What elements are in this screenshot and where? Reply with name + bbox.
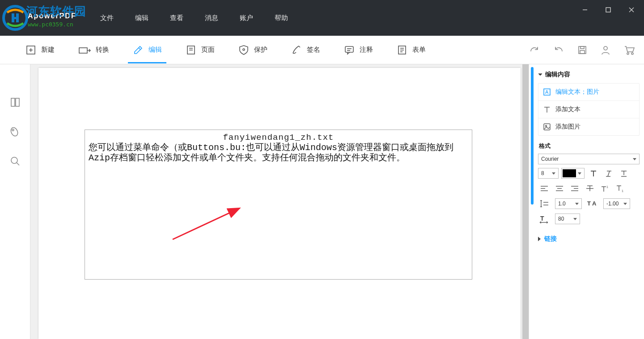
caret-icon bbox=[552, 172, 555, 175]
text-block[interactable]: fanyiwendang1_zh.txt 您可以通过菜单命令（或Buttons.… bbox=[85, 130, 472, 280]
triangle-right-icon bbox=[538, 237, 541, 241]
line-height-icon bbox=[538, 198, 551, 209]
font-color-select[interactable] bbox=[561, 168, 585, 179]
menu-bar: 文件 编辑 查看 消息 账户 帮助 bbox=[100, 14, 288, 22]
svg-text:A: A bbox=[592, 200, 597, 207]
toolbar: 新建 转换 编辑 页面 保护 签名 注释 表单 bbox=[0, 36, 644, 64]
document-canvas[interactable]: fanyiwendang1_zh.txt 您可以通过菜单命令（或Buttons.… bbox=[30, 64, 529, 339]
tool-new[interactable]: 新建 bbox=[23, 37, 56, 63]
svg-rect-31 bbox=[16, 98, 19, 106]
superscript-button[interactable]: 1 bbox=[599, 183, 611, 194]
menu-view[interactable]: 查看 bbox=[170, 14, 183, 22]
horizontal-scale-select[interactable]: 80 bbox=[555, 213, 580, 224]
svg-rect-5 bbox=[606, 8, 610, 12]
caret-icon bbox=[623, 203, 627, 205]
svg-point-34 bbox=[11, 157, 17, 163]
color-swatch bbox=[563, 169, 576, 177]
svg-rect-17 bbox=[345, 46, 353, 52]
menu-help[interactable]: 帮助 bbox=[275, 14, 288, 22]
account-button[interactable] bbox=[600, 45, 611, 55]
svg-text:A: A bbox=[545, 89, 549, 95]
svg-rect-25 bbox=[580, 46, 584, 49]
page: fanyiwendang1_zh.txt 您可以通过菜单命令（或Buttons.… bbox=[38, 68, 521, 339]
svg-line-35 bbox=[17, 163, 19, 165]
line-height-select[interactable]: 1.0 bbox=[555, 198, 582, 209]
thumbnails-button[interactable] bbox=[9, 96, 21, 110]
tool-edit[interactable]: 编辑 bbox=[131, 37, 164, 63]
menu-message[interactable]: 消息 bbox=[205, 14, 218, 22]
annotation-arrow-icon bbox=[168, 204, 249, 244]
maximize-button[interactable] bbox=[599, 4, 617, 16]
menu-file[interactable]: 文件 bbox=[100, 14, 114, 22]
document-filename: fanyiwendang1_zh.txt bbox=[89, 133, 468, 142]
menu-edit[interactable]: 编辑 bbox=[135, 14, 148, 22]
italic-button[interactable] bbox=[602, 168, 615, 179]
cart-button[interactable] bbox=[623, 45, 635, 55]
title-bar: ApowerPDF 河东软件园 www.pc0359.cn 文件 编辑 查看 消… bbox=[0, 0, 644, 36]
caret-icon bbox=[573, 218, 577, 220]
svg-text:1: 1 bbox=[606, 185, 608, 188]
svg-point-16 bbox=[243, 49, 245, 50]
svg-line-36 bbox=[173, 208, 240, 239]
svg-rect-3 bbox=[12, 17, 19, 19]
window-controls bbox=[576, 4, 640, 16]
left-sidebar bbox=[0, 64, 30, 339]
watermark-overlay: 河东软件园 bbox=[26, 4, 86, 19]
tool-protect[interactable]: 保护 bbox=[236, 37, 269, 63]
strikethrough-button[interactable] bbox=[584, 183, 596, 194]
svg-point-32 bbox=[9, 126, 19, 137]
bookmarks-button[interactable] bbox=[9, 126, 21, 139]
logo-icon bbox=[2, 4, 29, 31]
opt-add-text[interactable]: 添加文本 bbox=[538, 101, 639, 118]
minimize-button[interactable] bbox=[576, 4, 594, 16]
svg-rect-26 bbox=[580, 50, 585, 54]
svg-text:1: 1 bbox=[622, 189, 623, 193]
font-family-select[interactable]: Courier bbox=[538, 154, 640, 164]
horizontal-scale-icon: T bbox=[538, 213, 551, 224]
search-button[interactable] bbox=[9, 155, 21, 169]
close-button[interactable] bbox=[623, 4, 640, 16]
main-area: fanyiwendang1_zh.txt 您可以通过菜单命令（或Buttons.… bbox=[0, 64, 644, 339]
section-links[interactable]: 链接 bbox=[538, 232, 640, 246]
save-button[interactable] bbox=[577, 45, 588, 55]
svg-point-29 bbox=[631, 53, 633, 54]
bold-button[interactable] bbox=[587, 168, 600, 179]
undo-button[interactable] bbox=[553, 45, 564, 55]
underline-button[interactable] bbox=[618, 168, 630, 179]
tool-convert[interactable]: 转换 bbox=[76, 37, 111, 63]
document-line1: 您可以通过菜单命令（或Buttons.bu:也可以通过从Windows资源管理器… bbox=[89, 142, 468, 153]
char-spacing-select[interactable]: -1.00 bbox=[603, 198, 630, 209]
svg-text:T: T bbox=[540, 215, 544, 222]
tool-form[interactable]: 表单 bbox=[394, 37, 428, 63]
right-panel: 编辑内容 A 编辑文本；图片 添加文本 添加图片 格式 Courier bbox=[529, 64, 644, 339]
redo-button[interactable] bbox=[529, 45, 540, 55]
opt-edit-text-image[interactable]: A 编辑文本；图片 bbox=[538, 84, 639, 101]
toolbar-right bbox=[529, 45, 635, 55]
align-right-button[interactable] bbox=[568, 183, 581, 194]
align-center-button[interactable] bbox=[553, 183, 566, 194]
format-label: 格式 bbox=[539, 142, 640, 150]
font-size-select[interactable]: 8 bbox=[538, 168, 559, 179]
caret-icon bbox=[575, 203, 579, 205]
section-edit-content[interactable]: 编辑内容 bbox=[538, 68, 640, 81]
subscript-button[interactable]: 1 bbox=[614, 183, 627, 194]
align-left-button[interactable] bbox=[538, 183, 551, 194]
svg-line-12 bbox=[139, 48, 140, 50]
watermark-url: www.pc0359.cn bbox=[28, 21, 76, 28]
menu-account[interactable]: 账户 bbox=[240, 14, 253, 22]
tool-sign[interactable]: 签名 bbox=[289, 37, 322, 63]
tool-comment[interactable]: 注释 bbox=[342, 37, 375, 63]
opt-add-image[interactable]: 添加图片 bbox=[538, 118, 639, 135]
svg-point-33 bbox=[12, 129, 14, 131]
char-spacing-icon: TA bbox=[586, 198, 599, 209]
document-line2: Azip存档窗口轻松添加文件或单个文件夹。支持任何混合拖动的文件夹和文件。 bbox=[89, 153, 468, 163]
edit-options: A 编辑文本；图片 添加文本 添加图片 bbox=[538, 83, 640, 136]
tool-page[interactable]: 页面 bbox=[183, 37, 216, 63]
svg-point-27 bbox=[604, 46, 607, 50]
svg-line-46 bbox=[608, 171, 610, 176]
svg-point-28 bbox=[627, 53, 629, 54]
caret-icon bbox=[633, 158, 636, 160]
caret-icon bbox=[578, 172, 581, 175]
svg-text:T: T bbox=[587, 200, 591, 207]
svg-rect-11 bbox=[79, 48, 87, 53]
